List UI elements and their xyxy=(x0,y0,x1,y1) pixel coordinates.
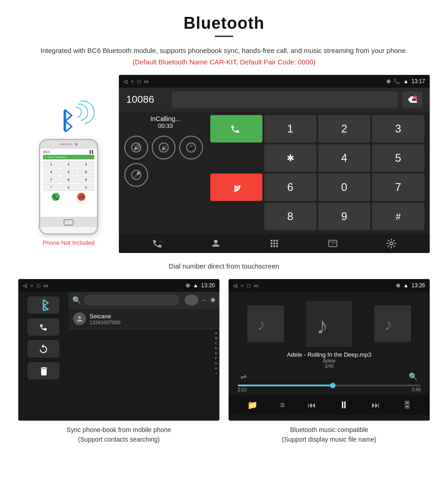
call-end-button[interactable] xyxy=(210,174,262,201)
svg-text:🎤: 🎤 xyxy=(133,171,140,178)
key-hash[interactable]: # xyxy=(372,203,424,230)
music-caption: Bluetooth music compatible (Support disp… xyxy=(229,421,430,444)
dialer-main-area: InCalling... 00:33 🔊 xyxy=(119,111,430,234)
svg-point-29 xyxy=(78,316,81,319)
page-title: Bluetooth xyxy=(18,14,430,33)
svg-text:🔊: 🔊 xyxy=(133,144,140,151)
android-status-bar-top: ◁ ○ □ ▭ ⊕ 📞 ▲ 13:17 xyxy=(119,75,430,88)
key-2[interactable]: 2 xyxy=(318,115,370,142)
music-eq-icon[interactable]: 🎛 xyxy=(403,401,411,410)
volume-down-button[interactable]: 🔉 xyxy=(152,136,176,159)
key-7[interactable]: 7 xyxy=(372,174,424,201)
footer-call-icon[interactable]: ↔ xyxy=(149,235,165,252)
alpha-c: C xyxy=(215,341,218,345)
footer-log-icon[interactable]: ↗ xyxy=(325,235,341,252)
music-pause-button[interactable]: ⏸ xyxy=(339,399,349,411)
music-signal: ▲ xyxy=(403,282,409,289)
add-contacts-label: Add to Contacts xyxy=(48,156,67,158)
pb-list-empty xyxy=(69,329,213,421)
phone-add-contacts[interactable]: + Add to Contacts xyxy=(43,155,94,159)
pb-asterisk-icon: ✱ xyxy=(210,296,216,304)
music-top-controls: ⇌ 🔍 xyxy=(236,372,422,381)
pb-back-arrow-icon[interactable]: ← xyxy=(201,296,208,304)
phone-key-3[interactable]: 3 xyxy=(78,161,94,168)
pb-refresh-icon xyxy=(38,344,48,354)
svg-text:↗: ↗ xyxy=(331,243,334,246)
svg-text:📱: 📱 xyxy=(188,144,195,151)
bluetooth-waves xyxy=(57,102,94,134)
phone-call-button[interactable]: 📞 xyxy=(52,193,60,201)
music-nav-recent: □ xyxy=(247,283,251,288)
progress-thumb xyxy=(330,383,336,388)
footer-contacts-icon[interactable] xyxy=(208,235,224,252)
key-4[interactable]: 4 xyxy=(318,144,370,172)
pb-avatar-thumb xyxy=(185,295,198,306)
phone-key-0[interactable]: 0 xyxy=(60,184,77,191)
pb-call-button[interactable] xyxy=(27,318,59,336)
phonebook-screenshot: ◁ ○ □ ▭ ⊕ ▲ 13:20 xyxy=(18,279,219,421)
key-9[interactable]: 9 xyxy=(318,203,370,230)
volume-up-button[interactable]: 🔊 xyxy=(124,136,148,159)
phone-key-9[interactable]: 9 xyxy=(78,176,94,183)
shuffle-icon[interactable]: ⇌ xyxy=(240,372,246,381)
footer-log-icon: ↗ xyxy=(327,238,338,249)
calling-time: 00:33 xyxy=(124,122,207,129)
phone-home-button[interactable] xyxy=(64,219,74,226)
dialer-input[interactable] xyxy=(172,91,398,108)
music-folder-icon[interactable]: 📁 xyxy=(247,400,257,410)
music-body: ♪ ♪ ♪ xyxy=(229,292,430,421)
key-8[interactable]: 8 xyxy=(264,203,316,230)
top-area: MC0 ▌▌ + Add to Contacts 1 2 3 4 5 6 xyxy=(18,75,430,253)
key-5[interactable]: 5 xyxy=(372,144,424,172)
status-time: 13:17 xyxy=(411,78,425,84)
music-caption-line1: Bluetooth music compatible xyxy=(290,426,368,433)
pb-bluetooth-button[interactable] xyxy=(27,296,59,314)
phone-key-5[interactable]: 5 xyxy=(60,169,77,175)
phone-key-1[interactable]: 1 xyxy=(43,161,59,168)
footer-keypad-icon[interactable] xyxy=(266,235,283,252)
pb-contact-name: Seicane xyxy=(90,313,215,320)
alpha-i: I xyxy=(216,371,217,375)
pb-refresh-button[interactable] xyxy=(27,340,59,358)
phone-key-8[interactable]: 8 xyxy=(60,176,77,183)
key-1[interactable]: 1 xyxy=(264,115,316,142)
music-list-icon[interactable]: ≡ xyxy=(280,401,285,410)
dialer-backspace-button[interactable]: ✕ xyxy=(402,91,422,108)
key-star[interactable]: ✱ xyxy=(264,144,316,172)
music-time: 13:26 xyxy=(411,282,425,289)
pb-search-field[interactable] xyxy=(84,295,179,306)
music-next-icon[interactable]: ⏭ xyxy=(372,401,380,410)
phone-action-row: 📞 📵 xyxy=(43,193,94,201)
phone-not-included-label: Phone Not Included xyxy=(43,239,95,246)
dialer-footer: ↔ xyxy=(119,234,430,253)
phone-key-2[interactable]: 2 xyxy=(60,161,77,168)
transfer-icon: 📱 xyxy=(186,142,196,153)
svg-text:↔: ↔ xyxy=(158,239,162,243)
bottom-screenshots-row: ◁ ○ □ ▭ ⊕ ▲ 13:20 xyxy=(18,279,430,444)
pb-alpha-index: A B C D E F G H I xyxy=(213,329,219,421)
pb-contact-item[interactable]: Seicane 13241007000 xyxy=(69,309,219,329)
phone-key-6[interactable]: 6 xyxy=(78,169,94,175)
key-3[interactable]: 3 xyxy=(372,115,424,142)
phone-key-4[interactable]: 4 xyxy=(43,169,59,175)
search-music-icon[interactable]: 🔍 xyxy=(409,372,418,381)
key-0[interactable]: 0 xyxy=(318,174,370,201)
phone-status-bar: MC0 ▌▌ xyxy=(43,150,94,153)
transfer-button[interactable]: 📱 xyxy=(179,136,203,159)
phone-key-star[interactable]: * xyxy=(43,184,59,191)
end-call-icon xyxy=(229,180,243,194)
svg-rect-22 xyxy=(273,245,275,247)
phone-end-button[interactable]: 📵 xyxy=(77,193,85,201)
key-6[interactable]: 6 xyxy=(264,174,316,201)
phone-key-hash[interactable]: # xyxy=(78,184,94,191)
phone-key-7[interactable]: 7 xyxy=(43,176,59,183)
progress-track[interactable] xyxy=(238,385,421,386)
mute-button[interactable]: 🎤 xyxy=(124,163,148,187)
call-answer-button[interactable] xyxy=(210,115,262,142)
calling-info: InCalling... 00:33 xyxy=(124,115,207,129)
current-time: 2:02 xyxy=(238,387,246,392)
pb-delete-button[interactable] xyxy=(27,362,59,380)
footer-settings-icon[interactable] xyxy=(383,235,400,252)
svg-rect-17 xyxy=(276,240,278,242)
music-prev-icon[interactable]: ⏮ xyxy=(308,401,316,410)
